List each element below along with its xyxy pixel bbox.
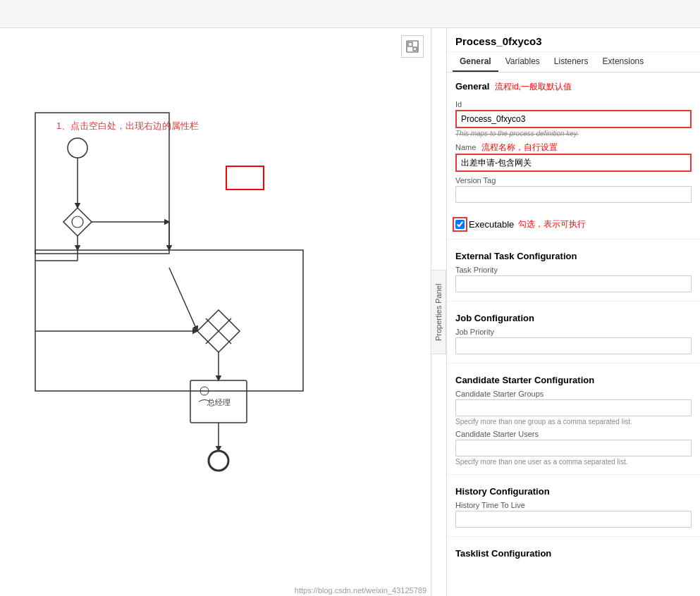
general-heading: General <box>455 81 489 92</box>
tab-general[interactable]: General <box>453 52 498 72</box>
panel-tabs: General Variables Listeners Extensions <box>447 52 700 73</box>
svg-rect-9 <box>35 250 303 391</box>
divider-3 <box>447 363 700 364</box>
properties-panel-label: Properties Panel <box>431 270 446 354</box>
candidate-users-note: Specify more than one user as a comma se… <box>455 458 692 466</box>
candidate-starter-section: Candidate Starter Configuration Candidat… <box>447 366 700 471</box>
divider-5 <box>447 536 700 537</box>
external-task-heading: External Task Configuration <box>455 251 692 261</box>
executable-annotation: 勾选，表示可执行 <box>518 218 586 230</box>
svg-line-15 <box>169 268 197 331</box>
svg-text:总经理: 总经理 <box>207 398 231 406</box>
main-area: 1、点击空白处，出现右边的属性栏 <box>0 28 700 596</box>
watermark: https://blog.csdn.net/weixin_43125789 <box>290 585 431 596</box>
tab-extensions[interactable]: Extensions <box>596 52 651 72</box>
tab-variables[interactable]: Variables <box>498 52 547 72</box>
id-label: Id <box>455 100 692 108</box>
history-config-heading: History Configuration <box>455 486 692 497</box>
candidate-groups-note: Specify more than one group as a comma s… <box>455 418 692 426</box>
canvas-inner: 1、点击空白处，出现右边的属性栏 <box>0 28 431 596</box>
version-tag-input[interactable] <box>455 186 692 203</box>
history-ttl-label: History Time To Live <box>455 501 692 509</box>
job-config-heading: Job Configuration <box>455 313 692 323</box>
top-toolbar <box>0 0 700 28</box>
svg-point-4 <box>68 138 87 158</box>
executable-label: Executable <box>469 219 514 230</box>
candidate-users-label: Candidate Starter Users <box>455 430 692 438</box>
canvas-area[interactable]: 1、点击空白处，出现右边的属性栏 <box>0 28 431 596</box>
task-priority-input[interactable] <box>455 275 692 292</box>
candidate-groups-label: Candidate Starter Groups <box>455 390 692 398</box>
general-section: General 流程id,一般取默认值 Id This maps to the … <box>447 73 700 209</box>
divider-1 <box>447 239 700 240</box>
job-priority-label: Job Priority <box>455 328 692 336</box>
job-config-section: Job Configuration Job Priority <box>447 304 700 360</box>
right-panel: Process_0fxyco3 General Variables Listen… <box>446 28 700 596</box>
id-annotation: 流程id,一般取默认值 <box>495 81 572 93</box>
name-annotation: 流程名称，自行设置 <box>481 142 558 154</box>
id-hint: This maps to the process definition key. <box>455 130 692 137</box>
history-config-section: History Configuration History Time To Li… <box>447 478 700 533</box>
tasklist-config-section: Tasklist Configuration <box>447 540 700 569</box>
history-ttl-input[interactable] <box>455 511 692 528</box>
candidate-users-input[interactable] <box>455 440 692 457</box>
divider-2 <box>447 301 700 302</box>
name-label: Name <box>455 143 476 151</box>
svg-point-21 <box>209 451 228 471</box>
svg-rect-3 <box>35 113 169 254</box>
name-input[interactable] <box>455 154 692 172</box>
svg-marker-6 <box>63 208 92 236</box>
svg-point-7 <box>72 216 83 228</box>
job-priority-input[interactable] <box>455 337 692 354</box>
task-priority-label: Task Priority <box>455 266 692 274</box>
bpmn-diagram: 总经理 <box>14 42 416 578</box>
id-input[interactable] <box>455 110 692 128</box>
tab-listeners[interactable]: Listeners <box>547 52 596 72</box>
candidate-starter-heading: Candidate Starter Configuration <box>455 375 692 385</box>
panel-title: Process_0fxyco3 <box>447 28 700 52</box>
external-task-section: External Task Configuration Task Priorit… <box>447 242 700 298</box>
executable-checkbox[interactable] <box>455 220 465 229</box>
candidate-groups-input[interactable] <box>455 399 692 416</box>
divider-4 <box>447 474 700 475</box>
executable-row: Executable 勾选，表示可执行 <box>455 218 692 230</box>
properties-panel-side-tab: Properties Panel <box>431 28 446 596</box>
version-tag-label: Version Tag <box>455 176 692 185</box>
executable-section: Executable 勾选，表示可执行 <box>447 209 700 236</box>
tasklist-config-heading: Tasklist Configuration <box>455 548 692 559</box>
